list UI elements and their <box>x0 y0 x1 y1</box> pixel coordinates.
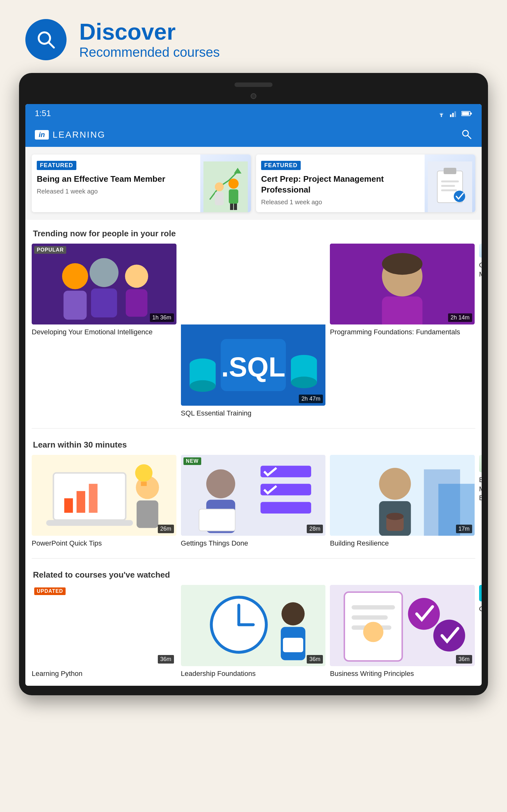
badge-updated: UPDATED <box>34 588 66 595</box>
learn30-section-header: Learn within 30 minutes <box>25 431 482 455</box>
page-header: Discover Recommended courses <box>0 0 507 73</box>
course-card-creativity-partial[interactable]: CRE Creativi... <box>479 585 482 678</box>
svg-rect-7 <box>462 112 469 115</box>
course-thumb-leadership: 36m <box>181 585 326 666</box>
course-title-python: Learning Python <box>32 669 176 678</box>
learn30-grid: 26m PowerPoint Quick Tips <box>25 455 482 556</box>
course-card-online-partial[interactable]: Online M... <box>479 244 482 418</box>
svg-line-1 <box>49 42 54 48</box>
related-section-header: Related to courses you've watched <box>25 561 482 585</box>
featured-badge-1: FEATURED <box>37 161 76 170</box>
course-card-emotional[interactable]: POPULAR 1h 36m Developing Your Emotional… <box>32 244 176 418</box>
svg-rect-15 <box>230 204 233 210</box>
tablet-screen: 1:51 <box>25 104 482 686</box>
featured-badge-2: FEATURED <box>261 161 301 170</box>
svg-point-67 <box>379 468 411 500</box>
svg-rect-18 <box>215 192 224 205</box>
svg-rect-14 <box>229 189 238 204</box>
duration-resilience: 17m <box>456 525 472 533</box>
svg-rect-11 <box>204 161 248 212</box>
course-card-getting-things[interactable]: NEW 28m Gettings Things Done <box>181 455 326 548</box>
li-logo-text: LEARNING <box>53 130 106 140</box>
featured-card-1-content: FEATURED Being an Effective Team Member … <box>32 154 200 212</box>
svg-rect-5 <box>454 111 456 117</box>
featured-title-1: Being an Effective Team Member <box>37 174 195 185</box>
svg-rect-51 <box>46 520 133 525</box>
course-thumb-excel: X <box>479 455 482 472</box>
svg-rect-28 <box>63 291 87 319</box>
featured-card-2[interactable]: FEATURED Cert Prep: Project Management P… <box>256 154 475 212</box>
course-title-resilience: Building Resilience <box>330 539 475 548</box>
svg-point-31 <box>125 264 148 288</box>
svg-rect-44 <box>382 296 423 324</box>
featured-released-2: Released 1 week ago <box>261 199 419 206</box>
trending-grid: POPULAR 1h 36m Developing Your Emotional… <box>25 244 482 426</box>
svg-point-63 <box>206 469 235 498</box>
svg-rect-3 <box>450 114 452 117</box>
course-card-writing[interactable]: 36m Business Writing Principles <box>330 585 475 678</box>
svg-rect-30 <box>91 288 117 317</box>
course-thumb-getting-things: NEW 28m <box>181 455 326 536</box>
course-card-resilience[interactable]: 17m Building Resilience <box>330 455 475 548</box>
featured-released-1: Released 1 week ago <box>37 188 195 195</box>
badge-popular: POPULAR <box>34 246 66 254</box>
badge-new: NEW <box>183 457 201 465</box>
course-card-sql[interactable]: .SQL 2h 47m SQL Essential Training <box>181 244 326 418</box>
course-card-powerpoint[interactable]: 26m PowerPoint Quick Tips <box>32 455 176 548</box>
svg-rect-32 <box>126 289 147 316</box>
svg-point-13 <box>228 179 239 189</box>
svg-point-17 <box>215 183 224 191</box>
status-time: 1:51 <box>35 108 51 118</box>
svg-text:.SQL: .SQL <box>221 352 285 383</box>
course-title-online: Online M... <box>479 261 482 279</box>
svg-rect-65 <box>199 509 235 531</box>
svg-point-93 <box>408 598 440 629</box>
trending-section-header: Trending now for people in your role <box>25 220 482 244</box>
duration-python: 36m <box>158 655 174 664</box>
course-card-python[interactable]: from htmlparser import mem_usage.py clas… <box>32 585 176 678</box>
li-search-button[interactable] <box>461 129 472 141</box>
course-thumb-sql: .SQL 2h 47m <box>181 244 326 406</box>
course-thumb-powerpoint: 26m <box>32 455 176 536</box>
svg-rect-87 <box>282 637 303 653</box>
svg-point-70 <box>386 513 404 520</box>
duration-getting-things: 28m <box>307 525 323 533</box>
svg-rect-54 <box>89 484 97 513</box>
svg-rect-91 <box>352 615 388 620</box>
li-logo-icon: in <box>35 130 49 140</box>
tablet-frame: 1:51 <box>19 73 488 695</box>
course-thumb-programming: 2h 14m <box>330 244 475 325</box>
divider-2 <box>32 558 475 559</box>
svg-rect-90 <box>352 605 395 610</box>
svg-rect-52 <box>64 498 73 513</box>
svg-rect-16 <box>234 204 237 210</box>
course-title-writing: Business Writing Principles <box>330 669 475 678</box>
featured-section: FEATURED Being an Effective Team Member … <box>25 147 482 220</box>
course-card-leadership[interactable]: 36m Leadership Foundations <box>181 585 326 678</box>
duration-emotional: 1h 36m <box>150 313 174 322</box>
svg-point-45 <box>382 253 423 274</box>
course-title-programming: Programming Foundations: Fundamentals <box>330 328 475 337</box>
featured-title-2: Cert Prep: Project Management Profession… <box>261 174 419 195</box>
course-title-leadership: Leadership Foundations <box>181 669 326 678</box>
svg-point-85 <box>281 602 304 625</box>
status-icons <box>437 110 472 117</box>
li-logo: in LEARNING <box>35 130 106 140</box>
duration-powerpoint: 26m <box>158 525 174 533</box>
related-grid: from htmlparser import mem_usage.py clas… <box>25 585 482 686</box>
svg-point-94 <box>434 619 465 651</box>
svg-line-10 <box>468 136 471 139</box>
duration-sql: 2h 47m <box>299 395 323 403</box>
course-thumb-python: from htmlparser import mem_usage.py clas… <box>32 585 176 666</box>
course-title-excel: Excel: M... Beginne... <box>479 475 482 503</box>
svg-rect-24 <box>441 189 457 191</box>
course-card-excel-partial[interactable]: X Excel: M... Beginne... <box>479 455 482 548</box>
course-thumb-online <box>479 244 482 258</box>
header-text: Discover Recommended courses <box>79 19 220 60</box>
svg-rect-62 <box>261 502 311 513</box>
svg-rect-53 <box>77 491 85 513</box>
featured-card-2-content: FEATURED Cert Prep: Project Management P… <box>256 154 425 212</box>
svg-point-29 <box>90 258 118 287</box>
course-card-programming[interactable]: 2h 14m Programming Foundations: Fundamen… <box>330 244 475 418</box>
featured-card-1[interactable]: FEATURED Being an Effective Team Member … <box>32 154 251 212</box>
